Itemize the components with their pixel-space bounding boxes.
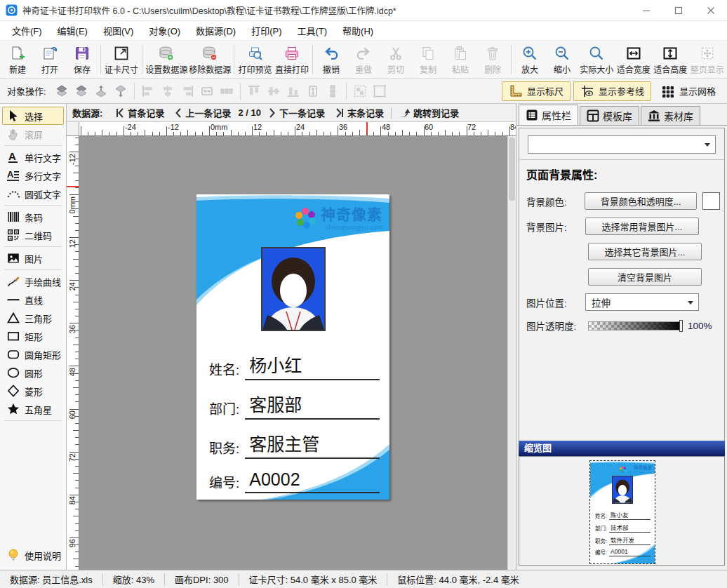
choose-common-bg-button[interactable]: 选择常用背景图片... [585, 218, 699, 235]
bg-color-swatch[interactable] [702, 192, 720, 210]
status-card-size: 证卡尺寸: 54.0 毫米 x 85.0 毫米 [239, 573, 388, 586]
tool-triangle[interactable]: 三角形 [2, 309, 64, 327]
tab-materials[interactable]: 素材库 [641, 106, 700, 125]
send-to-back-icon[interactable] [72, 83, 91, 100]
direct-print-button[interactable]: 直接打印 [274, 42, 311, 77]
object-selector-dropdown[interactable] [528, 135, 716, 154]
canvas-vertical-scrollbar[interactable] [507, 136, 516, 570]
menu-object[interactable]: 对象(O) [141, 21, 188, 40]
first-record-icon [115, 107, 125, 119]
opacity-slider[interactable] [588, 320, 683, 332]
menu-tools[interactable]: 工具(T) [289, 21, 335, 40]
menu-print[interactable]: 打印(P) [244, 21, 289, 40]
opacity-slider-track[interactable] [588, 321, 682, 330]
tool-diamond[interactable]: 菱形 [2, 382, 64, 400]
show-ruler-toggle[interactable]: 显示标尺 [502, 81, 571, 101]
field-row-name[interactable]: 姓名: 杨小红 [209, 352, 380, 380]
save-button[interactable]: 保存 [66, 42, 98, 77]
zoom-out-button[interactable]: 缩小 [546, 42, 578, 77]
properties-panel: 页面背景属性: 背景颜色: 背景颜色和透明度... 背景图片: 选择常用背景图片… [519, 128, 725, 443]
field-label: 姓名: [209, 359, 239, 380]
field-row-title[interactable]: 职务: 客服主管 [209, 430, 380, 459]
tool-barcode[interactable]: 条码 [2, 208, 64, 226]
first-record-button[interactable]: 首条记录 [111, 104, 168, 121]
actual-size-icon [588, 45, 605, 62]
move-layer-up-icon[interactable] [92, 83, 110, 100]
thumbnail-card[interactable]: 神奇像素 shenqixiangsu.com 姓名:陈小友 [589, 460, 655, 564]
goto-record-button[interactable]: 跳转到记录 [394, 104, 463, 121]
image-position-select[interactable]: 拉伸 [585, 293, 699, 311]
tool-select[interactable]: 选择 [2, 107, 64, 125]
move-layer-down-icon[interactable] [112, 83, 130, 100]
scrollbar-thumb[interactable] [509, 138, 515, 201]
field-value: 杨小红 [245, 352, 380, 380]
zoom-in-button[interactable]: 放大 [514, 42, 546, 77]
card-photo[interactable] [261, 247, 326, 331]
design-canvas[interactable]: 神奇像素 shenqixiangsu.com [79, 136, 516, 570]
card-size-button[interactable]: 证卡尺寸 [103, 42, 140, 77]
prev-record-button[interactable]: 上一条记录 [170, 104, 235, 121]
choose-other-bg-button[interactable]: 选择其它背景图片... [588, 243, 702, 260]
tool-line[interactable]: 直线 [2, 290, 64, 309]
help-button[interactable]: 使用说明 [2, 546, 64, 564]
tool-star[interactable]: 五角星 [2, 400, 64, 418]
tool-sidebar: 选择 滚屏 A 单行文字 A 多行文字 圆弧文字 条码 二维码 [0, 104, 67, 570]
right-panel: 属性栏 模板库 素材库 页面背景属性: 背景颜色: 背景颜色和透明度... [516, 104, 727, 570]
show-guides-toggle[interactable]: 显示参考线 [573, 81, 651, 101]
fit-height-button[interactable]: 适合高度 [652, 42, 689, 77]
copy-button: 复制 [412, 42, 444, 77]
canvas-area: -24 -12 0mm 12 24 36 48 60 72 84 -12 0mm… [67, 122, 516, 570]
last-record-button[interactable]: 末条记录 [331, 104, 388, 121]
tool-single-line-text[interactable]: A 单行文字 [2, 148, 64, 166]
tab-templates[interactable]: 模板库 [580, 106, 639, 125]
tool-freehand-curve[interactable]: 手绘曲线 [2, 272, 64, 290]
field-row-department[interactable]: 部门: 客服部 [209, 391, 380, 420]
set-datasource-button[interactable]: 设置数据源 [145, 42, 188, 77]
field-row-id[interactable]: 编号: A0002 [209, 469, 380, 493]
tab-properties[interactable]: 属性栏 [519, 105, 578, 125]
bg-color-opacity-button[interactable]: 背景颜色和透明度... [585, 192, 697, 210]
full-page-icon [699, 45, 716, 62]
zoom-in-icon [521, 45, 538, 62]
maximize-button[interactable] [662, 0, 695, 20]
show-grid-toggle[interactable]: 显示网格 [654, 81, 723, 101]
opacity-slider-handle[interactable] [679, 320, 683, 332]
status-mouse-position: 鼠标位置: 44.0 毫米, -2.4 毫米 [387, 573, 528, 586]
menu-help[interactable]: 帮助(H) [335, 21, 381, 40]
brand-url: shenqixiangsu.com [326, 223, 382, 231]
tool-rounded-rectangle[interactable]: 圆角矩形 [2, 345, 64, 363]
next-record-button[interactable]: 下一条记录 [264, 104, 329, 121]
actual-size-button[interactable]: 实际大小 [578, 42, 615, 77]
sidebar-spacer [0, 423, 66, 546]
toolbar-separator [234, 45, 234, 74]
bring-to-front-icon[interactable] [53, 83, 71, 100]
close-button[interactable] [695, 0, 727, 20]
menu-edit[interactable]: 编辑(E) [50, 21, 95, 40]
tool-arc-text[interactable]: 圆弧文字 [2, 185, 64, 203]
print-preview-button[interactable]: 打印预览 [236, 42, 274, 77]
minimize-button[interactable] [630, 0, 662, 20]
menu-file[interactable]: 文件(F) [4, 21, 50, 40]
menu-view[interactable]: 视图(V) [95, 21, 141, 40]
window-controls [630, 0, 727, 20]
tool-circle[interactable]: 圆形 [2, 363, 64, 382]
tool-qrcode[interactable]: 二维码 [2, 226, 64, 244]
new-button[interactable]: 新建 [1, 42, 34, 77]
redo-button: 重做 [347, 42, 380, 77]
remove-datasource-button[interactable]: 移除数据源 [188, 42, 232, 77]
fit-width-button[interactable]: 适合宽度 [615, 42, 652, 77]
undo-button[interactable]: 撤销 [315, 42, 347, 77]
card-brand-logo[interactable]: 神奇像素 shenqixiangsu.com [293, 206, 382, 231]
thumb-field-label: 姓名: [595, 512, 607, 520]
record-position: 2 / 10 [236, 107, 262, 118]
toolbar-separator [100, 45, 101, 74]
star-icon [6, 402, 20, 416]
card-design[interactable]: 神奇像素 shenqixiangsu.com [196, 194, 389, 500]
ruler-label: 48 [382, 123, 390, 131]
tool-multi-line-text[interactable]: A 多行文字 [2, 166, 64, 185]
tool-rectangle[interactable]: 矩形 [2, 327, 64, 345]
menu-datasource[interactable]: 数据源(D) [188, 21, 244, 40]
open-button[interactable]: 打开 [34, 42, 66, 77]
clear-bg-image-button[interactable]: 清空背景图片 [588, 268, 702, 286]
tool-image[interactable]: 图片 [2, 249, 64, 267]
